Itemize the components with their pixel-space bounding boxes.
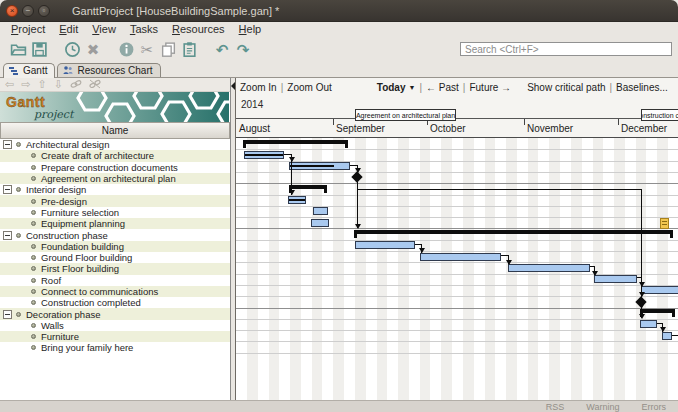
minimize-button[interactable]: − <box>22 5 34 17</box>
show-critical-path-button[interactable]: Show critical path <box>527 82 605 93</box>
task-row[interactable]: Roof <box>0 275 230 286</box>
copy-icon[interactable] <box>158 39 178 59</box>
task-row[interactable]: Equipment planning <box>0 218 230 229</box>
link-tasks-icon[interactable] <box>70 79 82 91</box>
status-errors-link[interactable]: Errors <box>642 402 667 412</box>
grid-line <box>236 319 678 320</box>
tab-resources-chart[interactable]: Resources Chart <box>57 63 160 77</box>
task-bullet-icon <box>31 153 36 158</box>
open-project-icon[interactable] <box>8 39 28 59</box>
arrow-up-icon[interactable]: ⇧ <box>37 79 46 90</box>
task-bar[interactable] <box>311 219 329 227</box>
delete-icon[interactable]: ✖ <box>83 39 103 59</box>
paste-icon[interactable] <box>179 39 199 59</box>
clock-icon[interactable] <box>62 39 82 59</box>
summary-bar[interactable] <box>243 140 348 144</box>
summary-bar[interactable] <box>289 185 327 189</box>
task-row[interactable]: Agreement on architectural plan <box>0 173 230 184</box>
task-bar[interactable] <box>244 151 284 159</box>
task-bar[interactable] <box>355 241 415 249</box>
menu-help[interactable]: Help <box>232 23 269 35</box>
scroll-past-button[interactable]: ← Past <box>426 82 459 93</box>
tab-gantt[interactable]: Gantt <box>3 63 55 78</box>
task-row[interactable]: Bring your family here <box>0 342 230 353</box>
task-bullet-icon <box>31 266 36 271</box>
task-row[interactable]: Construction completed <box>0 297 230 308</box>
dependency-arrow-icon <box>592 271 598 276</box>
task-bar[interactable] <box>289 162 350 170</box>
dependency-arrow-icon <box>355 168 361 173</box>
task-row[interactable]: Ground Floor building <box>0 252 230 263</box>
cut-icon[interactable]: ✂ <box>137 39 157 59</box>
arrow-left-icon[interactable]: ⇦ <box>5 79 14 90</box>
task-row[interactable]: Walls <box>0 320 230 331</box>
year-label: 2014 <box>241 99 263 110</box>
menu-resources[interactable]: Resources <box>165 23 232 35</box>
task-bar[interactable] <box>288 196 306 204</box>
arrow-right-icon[interactable]: ⇨ <box>21 79 30 90</box>
ganttproject-logo: Gantt project <box>0 92 230 122</box>
redo-icon[interactable]: ↷ <box>233 39 253 59</box>
task-label: Bring your family here <box>41 342 133 353</box>
task-bar[interactable] <box>662 332 672 340</box>
status-rss-link[interactable]: RSS <box>546 402 565 412</box>
arrow-down-icon[interactable]: ⇩ <box>54 79 63 90</box>
task-row[interactable]: Furniture <box>0 331 230 342</box>
baselines-button[interactable]: Baselines... <box>616 82 668 93</box>
task-row[interactable]: Connect to communications <box>0 286 230 297</box>
search-input[interactable] <box>460 42 672 56</box>
task-bar[interactable] <box>641 286 678 294</box>
dependency-arrow-icon <box>639 282 645 287</box>
month-label: October <box>430 123 466 134</box>
maximize-button[interactable]: ▫ <box>38 5 50 17</box>
grid-line <box>236 149 678 150</box>
save-project-icon[interactable] <box>29 39 49 59</box>
task-nav-toolbar: ⇦ ⇨ ⇧ ⇩ <box>0 78 230 92</box>
menu-view[interactable]: View <box>85 23 123 35</box>
summary-bar[interactable] <box>640 309 675 313</box>
zoom-out-button[interactable]: Zoom Out <box>287 82 331 93</box>
task-bar[interactable] <box>594 275 637 283</box>
note-indicator-icon[interactable] <box>660 218 669 229</box>
task-bar[interactable] <box>420 253 501 261</box>
scroll-future-button[interactable]: Future → <box>469 82 511 93</box>
unlink-tasks-icon[interactable] <box>89 79 101 91</box>
task-bar[interactable] <box>313 207 328 215</box>
window-title: GanttProject [HouseBuildingSample.gan] * <box>72 5 279 17</box>
undo-icon[interactable]: ↶ <box>212 39 232 59</box>
task-row[interactable]: Pre-design <box>0 195 230 206</box>
month-tick <box>618 119 619 125</box>
task-row[interactable]: Architectural design <box>0 139 230 150</box>
collapse-icon[interactable] <box>3 140 12 149</box>
collapse-icon[interactable] <box>3 310 12 319</box>
timeline-milestone-label: Construction completed <box>641 109 678 121</box>
today-dropdown-icon[interactable]: ▼ <box>408 84 415 91</box>
task-row[interactable]: Prepare construction documents <box>0 162 230 173</box>
info-icon[interactable] <box>116 39 136 59</box>
zoom-in-button[interactable]: Zoom In <box>240 82 277 93</box>
task-row[interactable]: First Floor building <box>0 263 230 274</box>
menu-project[interactable]: Project <box>4 23 52 35</box>
task-label: Furniture <box>41 331 79 342</box>
name-column-header[interactable]: Name <box>0 122 230 139</box>
month-tick <box>333 119 334 125</box>
collapse-icon[interactable] <box>3 231 12 240</box>
task-row[interactable]: Interior design <box>0 184 230 195</box>
task-bar[interactable] <box>640 320 657 328</box>
status-warning-link[interactable]: Warning <box>586 402 619 412</box>
splitter-collapse-icon[interactable] <box>231 82 235 90</box>
task-row[interactable]: Construction phase <box>0 229 230 240</box>
gantt-chart-area[interactable] <box>236 138 678 400</box>
view-tabs: Gantt Resources Chart <box>0 62 678 78</box>
close-button[interactable]: × <box>6 5 18 17</box>
task-bar[interactable] <box>508 264 590 272</box>
menu-tasks[interactable]: Tasks <box>123 23 165 35</box>
today-button[interactable]: Today <box>377 82 406 93</box>
task-row[interactable]: Furniture selection <box>0 207 230 218</box>
task-row[interactable]: Foundation building <box>0 241 230 252</box>
summary-bar[interactable] <box>354 230 673 234</box>
task-row[interactable]: Decoration phase <box>0 308 230 319</box>
collapse-icon[interactable] <box>3 185 12 194</box>
menu-edit[interactable]: Edit <box>52 23 85 35</box>
task-row[interactable]: Create draft of architecture <box>0 150 230 161</box>
